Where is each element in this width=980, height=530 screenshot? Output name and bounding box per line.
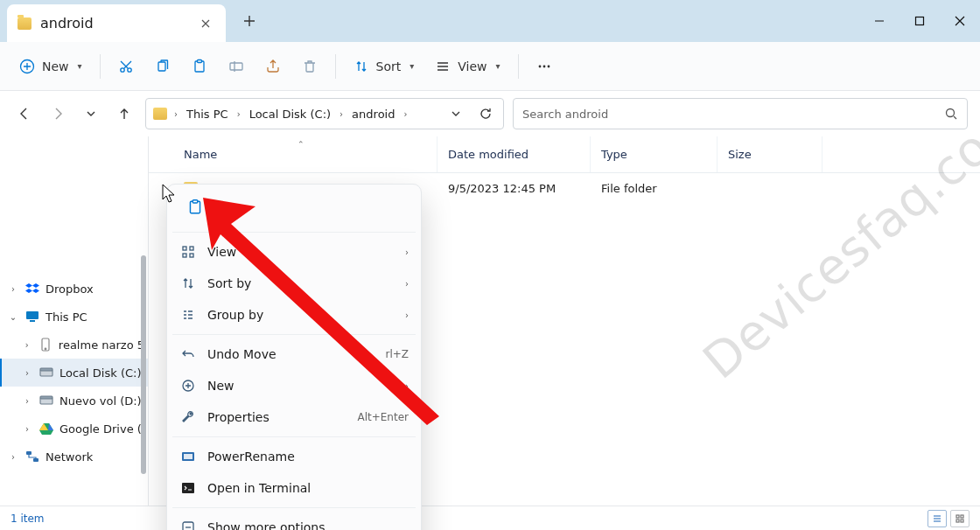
paste-button[interactable] <box>183 53 216 80</box>
minimize-button[interactable] <box>859 0 900 42</box>
back-button[interactable] <box>12 101 37 126</box>
ctx-undo-move[interactable]: Undo Move rl+Z <box>167 338 421 370</box>
svg-rect-7 <box>230 63 242 70</box>
sort-label: Sort <box>376 59 402 73</box>
delete-button[interactable] <box>293 53 326 80</box>
cell-date: 9/5/2023 12:45 PM <box>438 182 591 195</box>
sidebar-item-google-drive[interactable]: › Google Drive ( <box>0 415 148 443</box>
ctx-properties[interactable]: Properties Alt+Enter <box>167 401 421 433</box>
svg-rect-4 <box>158 62 165 71</box>
ctx-show-more[interactable]: Show more options <box>167 512 421 530</box>
address-dropdown[interactable] <box>442 100 470 128</box>
column-type[interactable]: Type <box>591 136 718 172</box>
new-tab-button[interactable] <box>231 3 268 39</box>
toolbar-separator <box>335 54 336 79</box>
ctx-power-rename[interactable]: PowerRename <box>167 441 421 472</box>
status-count: 1 item <box>10 513 45 525</box>
ctx-label: PowerRename <box>207 450 295 464</box>
svg-rect-17 <box>40 368 52 371</box>
rename-button[interactable] <box>220 53 253 80</box>
ctx-new[interactable]: New › <box>167 370 421 401</box>
new-label: New <box>42 59 69 73</box>
phone-icon <box>38 337 52 352</box>
sidebar-item-dropbox[interactable]: › Dropbox <box>0 275 148 303</box>
sidebar-item-this-pc[interactable]: ⌄ This PC <box>0 303 148 331</box>
svg-point-8 <box>538 65 541 67</box>
breadcrumb-this-pc[interactable]: This PC <box>181 104 234 124</box>
share-button[interactable] <box>256 53 290 80</box>
chevron-right-icon: › <box>405 381 409 391</box>
sidebar-item-label: This PC <box>46 310 88 324</box>
recent-dropdown[interactable] <box>79 101 103 126</box>
trash-icon <box>302 59 318 74</box>
svg-point-3 <box>127 67 130 71</box>
context-menu-separator <box>172 507 416 508</box>
more-button[interactable] <box>528 53 561 80</box>
sidebar-scrollbar[interactable] <box>141 255 146 474</box>
sidebar-item-nuevo-vol[interactable]: › Nuevo vol (D:) <box>0 387 148 415</box>
plus-circle-icon <box>179 379 197 393</box>
forward-button[interactable] <box>46 101 70 126</box>
refresh-button[interactable] <box>472 100 500 128</box>
chevron-right-icon: › <box>21 396 33 406</box>
svg-rect-0 <box>916 17 924 25</box>
new-button[interactable]: New ▾ <box>10 53 91 80</box>
breadcrumb-local-disk[interactable]: Local Disk (C:) <box>244 104 336 124</box>
column-name[interactable]: Name ⌃ <box>149 136 438 172</box>
chevron-right-icon: › <box>405 279 409 289</box>
details-view-toggle[interactable] <box>928 510 947 527</box>
ctx-open-terminal[interactable]: Open in Terminal <box>167 472 421 504</box>
paste-icon <box>192 59 207 74</box>
folder-icon <box>153 108 167 120</box>
col-label: Name <box>184 148 217 161</box>
svg-rect-19 <box>40 396 52 399</box>
context-menu-separator <box>172 436 416 437</box>
context-menu: View › Sort by › Group by › Undo Move rl… <box>166 184 422 530</box>
rename-icon <box>228 59 244 74</box>
copy-button[interactable] <box>146 53 179 80</box>
svg-rect-34 <box>956 515 959 518</box>
up-button[interactable] <box>112 101 136 126</box>
chevron-right-icon: › <box>7 284 19 294</box>
column-date[interactable]: Date modified <box>438 136 591 172</box>
svg-point-9 <box>542 65 545 67</box>
show-more-icon <box>179 520 197 530</box>
sidebar-item-label: Dropbox <box>46 282 94 296</box>
close-button[interactable] <box>940 0 980 42</box>
chevron-right-icon: › <box>402 109 409 119</box>
sidebar-item-phone[interactable]: › realme narzo 5 <box>0 331 148 359</box>
breadcrumb-android[interactable]: android <box>346 104 400 124</box>
chevron-down-icon: ▾ <box>78 61 82 71</box>
column-size[interactable]: Size <box>718 136 822 172</box>
ctx-label: Show more options <box>207 520 326 530</box>
address-bar[interactable]: › This PC › Local Disk (C:) › android › <box>145 98 504 129</box>
tab-close-button[interactable] <box>196 16 215 31</box>
cut-button[interactable] <box>109 53 143 80</box>
maximize-button[interactable] <box>900 0 940 42</box>
ctx-group-by[interactable]: Group by › <box>167 299 421 331</box>
svg-rect-12 <box>26 311 38 319</box>
share-icon <box>265 59 281 74</box>
view-button[interactable]: View ▾ <box>426 53 508 80</box>
ctx-label: Open in Terminal <box>207 481 311 495</box>
sidebar-item-label: Local Disk (C:) <box>60 366 141 380</box>
google-drive-icon <box>38 421 54 436</box>
ctx-view[interactable]: View › <box>167 236 421 268</box>
search-input[interactable]: Search android <box>513 98 968 129</box>
sidebar-item-local-disk-c[interactable]: › Local Disk (C:) <box>0 359 148 387</box>
paste-icon-button[interactable] <box>176 192 214 223</box>
window-controls <box>859 0 980 42</box>
sort-button[interactable]: Sort ▾ <box>345 53 424 80</box>
tab-android[interactable]: android <box>7 4 226 42</box>
chevron-right-icon: › <box>21 340 32 350</box>
toolbar: New ▾ Sort ▾ <box>0 42 980 91</box>
svg-rect-25 <box>190 247 193 250</box>
svg-rect-23 <box>192 200 198 203</box>
chevron-right-icon: › <box>405 248 409 257</box>
ctx-sort-by[interactable]: Sort by › <box>167 268 421 299</box>
search-placeholder: Search android <box>522 108 608 121</box>
icons-view-toggle[interactable] <box>950 510 970 527</box>
svg-rect-31 <box>182 483 194 493</box>
svg-rect-26 <box>183 254 186 257</box>
sidebar-item-network[interactable]: › Network <box>0 443 148 471</box>
